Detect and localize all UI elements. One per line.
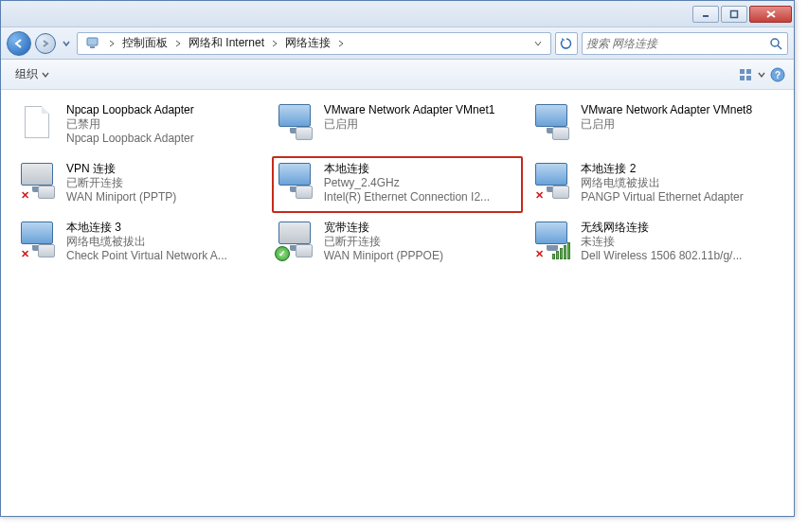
network-adapter-icon: ✕	[531, 220, 573, 261]
breadcrumb-network-connections[interactable]: 网络连接	[280, 33, 335, 54]
svg-rect-3	[90, 46, 95, 48]
network-adapter-icon	[275, 220, 316, 261]
connection-item-npcap[interactable]: Npcap Loopback Adapter已禁用Npcap Loopback …	[14, 98, 266, 154]
connection-status: 已启用	[581, 117, 778, 132]
network-adapter-icon: ✕	[17, 220, 59, 261]
connection-device: Dell Wireless 1506 802.11b/g/...	[581, 249, 778, 263]
error-badge-icon: ✕	[531, 187, 547, 203]
breadcrumb-network-internet[interactable]: 网络和 Internet	[184, 33, 269, 54]
network-adapter-icon	[531, 102, 573, 144]
connection-item-local2[interactable]: ✕本地连接 2网络电缆被拔出PANGP Virtual Ethernet Ada…	[529, 156, 781, 213]
breadcrumb-label: 控制面板	[122, 35, 168, 51]
breadcrumb-control-panel[interactable]: 控制面板	[117, 33, 172, 54]
connection-item-vpn[interactable]: ✕VPN 连接已断开连接WAN Miniport (PPTP)	[14, 156, 266, 213]
signal-bars-icon	[552, 242, 570, 259]
svg-line-5	[778, 45, 781, 49]
connection-device: PANGP Virtual Ethernet Adapter	[581, 190, 778, 204]
network-adapter-icon: ✕	[531, 161, 573, 203]
connection-device: Intel(R) Ethernet Connection I2...	[324, 190, 521, 204]
connection-status: 网络电缆被拔出	[581, 176, 778, 190]
network-adapter-icon	[17, 102, 59, 144]
breadcrumb-label: 网络和 Internet	[189, 35, 264, 51]
network-adapter-icon: ✕	[17, 161, 59, 203]
chevron-right-icon[interactable]	[335, 33, 347, 54]
command-bar: 组织 ?	[1, 60, 794, 90]
connection-device: Check Point Virtual Network A...	[66, 249, 263, 263]
connection-status: 网络电缆被拔出	[66, 235, 263, 249]
search-icon[interactable]	[768, 37, 783, 50]
svg-rect-7	[746, 69, 751, 74]
maximize-button[interactable]	[721, 6, 747, 23]
chevron-down-icon	[42, 71, 49, 79]
connection-title: VPN 连接	[66, 162, 263, 176]
chevron-right-icon[interactable]	[106, 33, 117, 54]
connections-grid: Npcap Loopback Adapter已禁用Npcap Loopback …	[1, 90, 794, 516]
refresh-button[interactable]	[555, 32, 578, 55]
ok-badge-icon	[275, 246, 290, 261]
connection-title: 本地连接 3	[66, 221, 263, 235]
chevron-down-icon[interactable]	[758, 71, 765, 79]
connection-device: WAN Miniport (PPTP)	[66, 190, 263, 204]
view-button[interactable]	[735, 64, 756, 85]
connection-status: 已断开连接	[324, 235, 521, 249]
connection-item-local3[interactable]: ✕本地连接 3网络电缆被拔出Check Point Virtual Networ…	[14, 215, 266, 272]
error-badge-icon: ✕	[531, 246, 547, 261]
connection-item-wireless[interactable]: ✕无线网络连接未连接Dell Wireless 1506 802.11b/g/.…	[529, 215, 781, 272]
titlebar	[1, 1, 794, 27]
close-button[interactable]	[749, 6, 792, 23]
svg-rect-9	[746, 76, 751, 80]
explorer-window: 控制面板 网络和 Internet 网络连接 组织	[0, 0, 795, 517]
network-adapter-icon	[275, 102, 316, 144]
chevron-right-icon[interactable]	[172, 33, 184, 54]
connection-title: Npcap Loopback Adapter	[66, 103, 263, 117]
history-dropdown[interactable]	[60, 31, 73, 56]
error-badge-icon: ✕	[17, 246, 32, 261]
svg-rect-8	[740, 76, 745, 80]
connection-status: 已启用	[324, 117, 521, 132]
connection-status: 未连接	[581, 235, 778, 249]
connection-item-local[interactable]: 本地连接Petwy_2.4GHzIntel(R) Ethernet Connec…	[272, 156, 524, 213]
connection-device: Npcap Loopback Adapter	[66, 132, 263, 146]
svg-text:?: ?	[775, 70, 781, 80]
search-box[interactable]	[582, 32, 788, 55]
error-badge-icon: ✕	[17, 187, 32, 203]
connection-device: WAN Miniport (PPPOE)	[324, 249, 521, 263]
connection-title: VMware Network Adapter VMnet8	[581, 103, 778, 117]
organize-label: 组织	[15, 66, 38, 82]
search-input[interactable]	[586, 37, 768, 50]
connection-item-vmnet8[interactable]: VMware Network Adapter VMnet8已启用	[529, 98, 781, 154]
chevron-right-icon[interactable]	[269, 33, 280, 54]
connection-item-vmnet1[interactable]: VMware Network Adapter VMnet1已启用	[272, 98, 524, 154]
organize-button[interactable]: 组织	[7, 62, 58, 87]
navigation-bar: 控制面板 网络和 Internet 网络连接	[1, 27, 794, 60]
minimize-button[interactable]	[692, 6, 719, 23]
computer-icon	[86, 36, 101, 51]
svg-rect-1	[731, 10, 738, 17]
connection-title: 宽带连接	[324, 221, 521, 235]
help-button[interactable]: ?	[767, 64, 788, 85]
connection-status: 已禁用	[66, 117, 263, 132]
forward-button[interactable]	[35, 33, 56, 54]
address-dropdown[interactable]	[530, 40, 547, 47]
breadcrumb-label: 网络连接	[285, 35, 331, 51]
svg-rect-6	[740, 69, 745, 74]
back-button[interactable]	[7, 31, 31, 56]
connection-title: 本地连接	[324, 162, 521, 176]
connection-status: Petwy_2.4GHz	[324, 176, 521, 190]
connection-title: 本地连接 2	[581, 162, 778, 176]
address-bar[interactable]: 控制面板 网络和 Internet 网络连接	[77, 32, 551, 55]
svg-point-4	[771, 39, 779, 46]
network-adapter-icon	[275, 161, 316, 203]
connection-item-broadband[interactable]: 宽带连接已断开连接WAN Miniport (PPPOE)	[272, 215, 524, 272]
breadcrumb-root[interactable]	[81, 33, 106, 54]
connection-title: 无线网络连接	[581, 221, 778, 235]
connection-status: 已断开连接	[66, 176, 263, 190]
svg-rect-2	[87, 38, 98, 45]
connection-title: VMware Network Adapter VMnet1	[324, 103, 521, 117]
